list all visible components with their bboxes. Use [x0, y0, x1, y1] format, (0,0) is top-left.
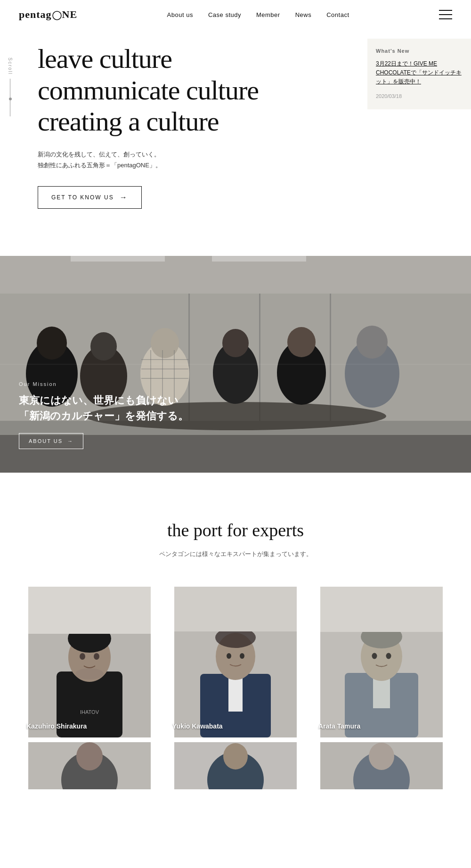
nav-contact[interactable]: Contact: [326, 11, 349, 18]
svg-point-46: [240, 653, 244, 659]
main-nav: pentagNE About us Case study Member News…: [0, 0, 471, 29]
member-card-1[interactable]: IHATOV Kazuhiro Shirakura: [19, 587, 160, 737]
mission-section: Our Mission 東京にはない、世界にも負けない 「新潟のカルチャー」を発…: [0, 256, 471, 473]
member-card-5[interactable]: [165, 742, 306, 789]
more-members-row: [19, 742, 452, 789]
scroll-label: Scroll: [8, 57, 13, 75]
nav-case-study[interactable]: Case study: [208, 11, 241, 18]
svg-rect-29: [212, 256, 306, 262]
svg-point-38: [75, 668, 104, 680]
nav-news[interactable]: News: [295, 11, 312, 18]
whats-new-box: What's New 3月22日まで！GIVE ME CHOCOLATEで「サン…: [367, 39, 471, 109]
svg-rect-39: [28, 587, 151, 634]
svg-rect-47: [174, 587, 297, 631]
nav-links: About us Case study Member News Contact: [167, 10, 349, 19]
experts-title: the port for experts: [19, 520, 452, 540]
member-name-2: Yukio Kawabata: [172, 722, 223, 730]
cta-arrow-icon: →: [120, 193, 128, 202]
logo[interactable]: pentagNE: [19, 8, 77, 21]
hero-subtext: 新潟の文化を残して、伝えて、創っていく。 独創性にあふれる五角形＝「pentag…: [38, 149, 471, 171]
whats-new-date: 2020/03/18: [376, 93, 402, 99]
svg-point-64: [369, 743, 394, 770]
hamburger-icon[interactable]: [439, 10, 452, 19]
svg-point-0: [53, 11, 61, 20]
member-name-1: Kazuhiro Shirakura: [26, 722, 87, 730]
member-name-3: Arata Tamura: [318, 722, 360, 730]
member-card-2[interactable]: Yukio Kawabata: [165, 587, 306, 737]
svg-rect-28: [71, 256, 165, 262]
mission-content: Our Mission 東京にはない、世界にも負けない 「新潟のカルチャー」を発…: [19, 381, 188, 449]
mission-about-button[interactable]: ABOUT US →: [19, 433, 83, 449]
member-card-6[interactable]: [311, 742, 452, 789]
mission-text: 東京にはない、世界にも負けない 「新潟のカルチャー」を発信する。: [19, 393, 188, 424]
svg-point-58: [76, 742, 103, 770]
scroll-dot: [9, 98, 12, 100]
svg-point-36: [80, 653, 85, 660]
svg-point-61: [223, 743, 248, 770]
nav-about[interactable]: About us: [167, 11, 193, 18]
svg-rect-55: [320, 587, 443, 632]
members-grid: IHATOV Kazuhiro Shirakura: [19, 587, 452, 737]
experts-subtitle: ペンタゴンには様々なエキスパートが集まっています。: [19, 550, 452, 558]
mission-arrow-icon: →: [67, 438, 73, 444]
scroll-line: [10, 79, 10, 116]
experts-section: the port for experts ペンタゴンには様々なエキスパートが集ま…: [0, 473, 471, 818]
whats-new-link[interactable]: 3月22日まで！GIVE ME CHOCOLATEで「サンドイッチキット」を販売…: [376, 59, 463, 87]
mission-label: Our Mission: [19, 381, 188, 387]
hero-section: Scroll leave culture communicate culture…: [0, 29, 471, 228]
whats-new-title: What's New: [376, 48, 463, 54]
member-card-4[interactable]: [19, 742, 160, 789]
nav-member[interactable]: Member: [256, 11, 280, 18]
svg-point-45: [227, 653, 231, 659]
svg-point-54: [386, 653, 391, 659]
svg-text:IHATOV: IHATOV: [80, 709, 99, 715]
hero-cta-button[interactable]: GET TO KNOW US →: [38, 186, 142, 209]
svg-point-53: [372, 653, 377, 659]
svg-point-37: [94, 653, 99, 660]
member-card-3[interactable]: Arata Tamura: [311, 587, 452, 737]
scroll-indicator: Scroll: [8, 57, 13, 116]
